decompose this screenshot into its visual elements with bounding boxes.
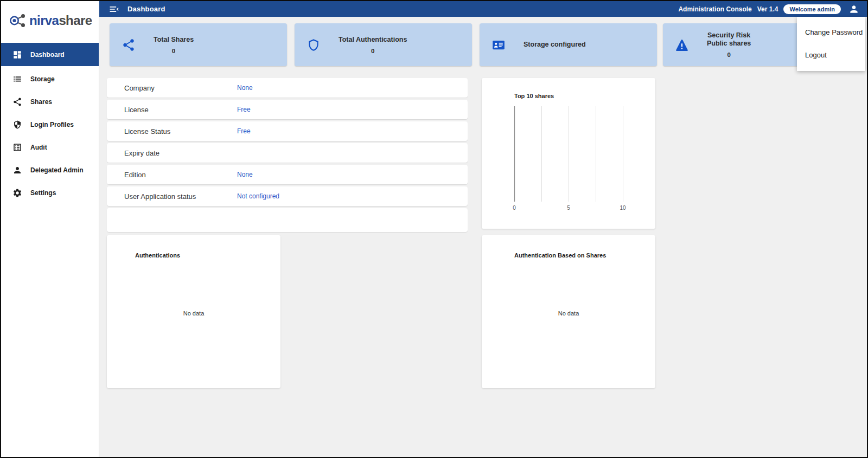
menu-item-logout[interactable]: Logout (797, 44, 865, 67)
stat-card-total-shares[interactable]: Total Shares 0 (110, 23, 287, 66)
main-content: Total Shares 0 Total Authentications 0 S… (99, 17, 867, 457)
stat-title: Total Authentications (339, 36, 407, 44)
shield-outline-icon (307, 38, 321, 52)
version-label: Ver 1.4 (757, 5, 778, 13)
sidebar: nirvashare Dashboard Storage Shares (1, 1, 99, 457)
sidebar-item-label: Delegated Admin (30, 166, 84, 174)
info-label: Edition (124, 171, 146, 179)
menu-collapse-icon[interactable] (108, 4, 119, 15)
info-label: Expiry date (124, 149, 159, 157)
chart-title: Authentication Based on Shares (514, 252, 606, 259)
info-label: License Status (124, 127, 170, 136)
dashboard-icon (12, 50, 22, 60)
stat-value: 0 (707, 51, 751, 58)
sidebar-item-dashboard[interactable]: Dashboard (1, 43, 99, 66)
license-info-list: Company None License Free License Status… (107, 78, 468, 232)
info-value-link[interactable]: Free (237, 127, 251, 135)
topbar: Dashboard Administration Console Ver 1.4… (99, 1, 867, 17)
topbar-right: Administration Console Ver 1.4 Welcome a… (678, 4, 859, 15)
info-row-expiry-date: Expiry date (107, 143, 468, 163)
sidebar-item-label: Storage (30, 75, 55, 83)
top-10-shares-chart-panel: Top 10 shares 0 5 10 (482, 78, 655, 229)
user-account-icon[interactable] (848, 4, 859, 15)
stat-title: Storage configured (524, 41, 586, 49)
no-data-message: No data (107, 310, 280, 317)
info-value-link[interactable]: Not configured (237, 192, 279, 200)
share-nodes-logo-icon (8, 13, 27, 28)
console-label: Administration Console (678, 5, 751, 13)
sidebar-item-label: Login Profiles (30, 121, 74, 128)
x-tick-0: 0 (513, 205, 516, 211)
info-label: License (124, 106, 149, 114)
sidebar-item-label: Dashboard (30, 51, 65, 59)
person-icon (12, 165, 22, 175)
info-value-link[interactable]: Free (237, 106, 251, 113)
info-row-license: License Free (107, 100, 468, 119)
storage-list-icon (12, 74, 22, 84)
share-icon (122, 38, 136, 52)
info-label: Company (124, 84, 155, 92)
security-shield-icon (12, 120, 22, 130)
x-tick-5: 5 (567, 205, 570, 211)
info-row-license-status: License Status Free (107, 121, 468, 141)
no-data-message: No data (482, 310, 655, 317)
stat-title: Security Risk (707, 31, 751, 40)
warning-triangle-icon (675, 38, 689, 52)
sidebar-item-label: Settings (30, 189, 56, 197)
x-tick-10: 10 (620, 205, 626, 211)
bar-chart-axes: 0 5 10 (482, 78, 655, 229)
logo-wordmark: nirvashare (29, 13, 92, 28)
info-row-edition: Edition None (107, 165, 468, 184)
info-label: User Application status (124, 192, 196, 201)
welcome-admin-badge[interactable]: Welcome admin (783, 4, 841, 14)
stat-card-storage-configured[interactable]: Storage configured (480, 23, 657, 66)
sidebar-item-label: Audit (30, 144, 47, 151)
info-value-link[interactable]: None (237, 84, 253, 92)
stat-title-line2: Public shares (707, 40, 751, 48)
info-list-footer-spacer (107, 208, 468, 232)
app-window: nirvashare Dashboard Storage Shares (0, 0, 868, 458)
sidebar-item-label: Shares (30, 98, 52, 106)
page-title: Dashboard (127, 5, 165, 13)
stat-card-total-authentications[interactable]: Total Authentications 0 (295, 23, 472, 66)
info-row-user-app-status: User Application status Not configured (107, 186, 468, 206)
info-value-link[interactable]: None (237, 171, 253, 178)
stat-value: 0 (154, 48, 194, 54)
stat-title: Total Shares (154, 36, 194, 44)
sidebar-nav: Dashboard Storage Shares Login Profiles (1, 43, 99, 204)
nirvashare-logo: nirvashare (1, 1, 99, 31)
sidebar-item-settings[interactable]: Settings (1, 182, 99, 204)
stat-value: 0 (339, 48, 407, 54)
user-dropdown-menu: Change Password Logout (797, 17, 865, 71)
chart-title: Authentications (135, 252, 180, 259)
sidebar-item-audit[interactable]: Audit (1, 136, 99, 159)
auth-based-on-shares-chart-panel: Authentication Based on Shares No data (482, 235, 655, 388)
sidebar-item-login-profiles[interactable]: Login Profiles (1, 113, 99, 136)
info-row-company: Company None (107, 78, 468, 98)
sidebar-item-shares[interactable]: Shares (1, 91, 99, 113)
sidebar-item-delegated-admin[interactable]: Delegated Admin (1, 159, 99, 182)
gear-icon (12, 188, 22, 198)
authentications-chart-panel: Authentications No data (107, 235, 280, 388)
menu-item-change-password[interactable]: Change Password (797, 21, 865, 44)
audit-list-icon (12, 143, 22, 152)
share-icon (12, 97, 22, 107)
id-card-icon (492, 38, 506, 52)
sidebar-item-storage[interactable]: Storage (1, 68, 99, 91)
